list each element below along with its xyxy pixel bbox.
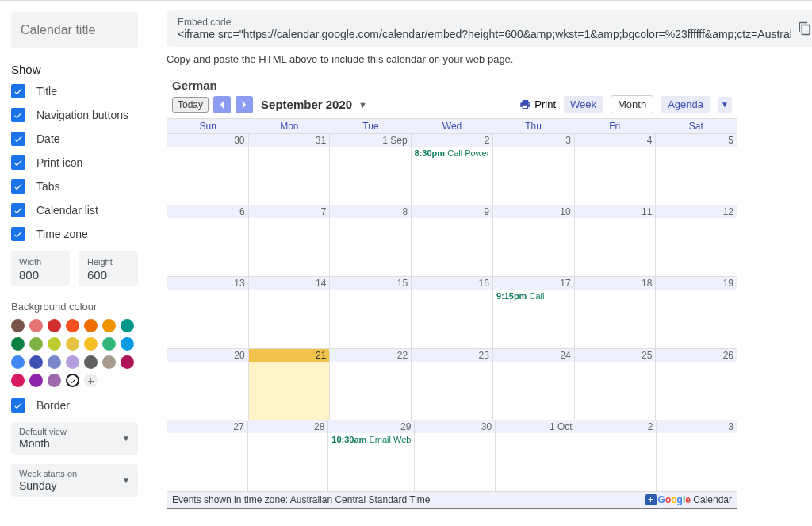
weekday-header: Fri — [574, 119, 656, 133]
add-color-button[interactable]: + — [84, 374, 98, 387]
color-swatch[interactable] — [84, 319, 98, 332]
calendar-event[interactable]: 9:15pm Call — [496, 291, 571, 301]
tab-week[interactable]: Week — [564, 96, 603, 113]
calendar-day[interactable]: 12 — [656, 205, 737, 276]
calendar-day[interactable]: 1 Oct — [496, 420, 576, 491]
calendar-day[interactable]: 18 — [575, 277, 657, 347]
color-swatch[interactable] — [121, 355, 134, 369]
calendar-day[interactable]: 3 — [657, 420, 737, 491]
calendar-day[interactable]: 27 — [167, 420, 248, 491]
tab-month[interactable]: Month — [611, 95, 653, 113]
calendar-day[interactable]: 15 — [330, 277, 412, 347]
calendar-day[interactable]: 2 — [576, 420, 657, 491]
calendar-event[interactable]: 10:30am Email Web — [331, 435, 411, 444]
embed-hint: Copy and paste the HTML above to include… — [167, 53, 812, 65]
calendar-day[interactable]: 23 — [412, 349, 493, 420]
checkbox-print-icon[interactable]: Print icon — [11, 155, 138, 170]
calendar-day[interactable]: 30 — [167, 134, 249, 205]
checkbox-icon — [11, 398, 25, 413]
color-swatch[interactable] — [48, 355, 61, 369]
checkbox-date[interactable]: Date — [11, 132, 138, 146]
color-swatch[interactable] — [29, 319, 43, 332]
color-swatch[interactable] — [102, 319, 116, 332]
color-swatch[interactable] — [48, 319, 61, 332]
calendar-day[interactable]: 28:30pm Call Power — [412, 134, 494, 205]
google-calendar-link[interactable]: + Google Calendar — [645, 494, 732, 505]
calendar-day[interactable]: 22 — [330, 349, 412, 420]
tab-agenda[interactable]: Agenda — [661, 96, 710, 113]
month-label: September 2020 — [261, 98, 352, 111]
calendar-day[interactable]: 21 — [249, 349, 331, 420]
calendar-day[interactable]: 11 — [575, 205, 657, 276]
color-swatch[interactable] — [121, 337, 134, 351]
calendar-event[interactable]: 8:30pm Call Power — [415, 148, 490, 158]
color-swatch[interactable] — [29, 374, 43, 387]
checkbox-navigation-buttons[interactable]: Navigation buttons — [11, 108, 138, 122]
width-input[interactable]: Width 800 — [11, 251, 70, 286]
weekday-header: Wed — [412, 119, 493, 133]
color-swatch[interactable] — [84, 355, 98, 369]
calendar-day[interactable]: 3 — [493, 134, 575, 205]
color-swatch[interactable] — [11, 319, 25, 332]
checkbox-tabs[interactable]: Tabs — [11, 179, 138, 194]
color-swatch[interactable] — [84, 337, 98, 351]
calendar-day[interactable]: 16 — [412, 277, 493, 347]
height-input[interactable]: Height 600 — [79, 251, 138, 286]
calendar-day[interactable]: 24 — [493, 349, 575, 420]
calendar-day[interactable]: 14 — [249, 277, 331, 347]
calendar-day[interactable]: 4 — [575, 134, 657, 205]
print-button[interactable]: Print — [519, 98, 556, 110]
calendar-name: German — [167, 75, 737, 94]
color-swatch[interactable] — [66, 337, 79, 351]
calendar-title-input[interactable] — [11, 12, 138, 48]
calendar-day[interactable]: 30 — [415, 420, 496, 491]
prev-button[interactable] — [213, 96, 231, 113]
calendar-day[interactable]: 5 — [656, 134, 737, 205]
calendar-day[interactable]: 1 Sep — [330, 134, 412, 205]
calendar-day[interactable]: 6 — [167, 205, 249, 276]
color-swatch[interactable] — [29, 355, 43, 369]
default-view-select[interactable]: Default view Month ▼ — [11, 422, 138, 455]
calendar-day[interactable]: 28 — [248, 420, 329, 491]
calendar-day[interactable]: 2910:30am Email Web — [328, 420, 415, 491]
checkbox-icon — [11, 203, 25, 217]
chevron-down-icon[interactable]: ▼ — [358, 100, 367, 109]
calendar-day[interactable]: 31 — [249, 134, 331, 205]
checkbox-title[interactable]: Title — [11, 84, 138, 98]
calendar-day[interactable]: 25 — [575, 349, 657, 420]
calendar-day[interactable]: 19 — [656, 277, 737, 347]
color-swatch[interactable] — [48, 374, 61, 387]
calendar-day[interactable]: 8 — [330, 205, 412, 276]
color-swatch[interactable] — [11, 355, 25, 369]
color-swatch[interactable] — [29, 337, 43, 351]
color-swatch[interactable] — [102, 337, 116, 351]
calendar-day[interactable]: 179:15pm Call — [493, 277, 575, 347]
copy-button[interactable] — [794, 17, 812, 40]
next-button[interactable] — [236, 96, 253, 113]
today-button[interactable]: Today — [172, 97, 209, 113]
weekday-header: Tue — [330, 119, 412, 133]
weekday-header: Sat — [655, 119, 737, 133]
tab-more-button[interactable]: ▼ — [718, 97, 732, 113]
checkbox-time-zone[interactable]: Time zone — [11, 227, 138, 241]
calendar-day[interactable]: 10 — [493, 205, 575, 276]
color-swatch[interactable] — [11, 374, 25, 387]
border-checkbox-row[interactable]: Border — [11, 398, 138, 413]
color-swatch[interactable] — [66, 355, 79, 369]
color-swatch[interactable] — [66, 319, 79, 332]
calendar-day[interactable]: 9 — [412, 205, 493, 276]
chevron-down-icon: ▼ — [122, 476, 130, 485]
calendar-day[interactable]: 13 — [167, 277, 249, 347]
color-swatch[interactable] — [102, 355, 116, 369]
calendar-day[interactable]: 7 — [249, 205, 331, 276]
color-swatch-selected[interactable] — [66, 374, 79, 387]
calendar-day[interactable]: 20 — [167, 349, 249, 420]
checkbox-calendar-list[interactable]: Calendar list — [11, 203, 138, 217]
week-starts-select[interactable]: Week starts on Sunday ▼ — [11, 464, 138, 497]
color-swatch[interactable] — [11, 337, 25, 351]
color-swatch[interactable] — [48, 337, 61, 351]
embed-code-box[interactable]: Embed code <iframe src="https://calendar… — [167, 10, 812, 47]
calendar-day[interactable]: 26 — [656, 349, 737, 420]
color-swatch[interactable] — [121, 319, 134, 332]
print-icon — [519, 98, 531, 110]
